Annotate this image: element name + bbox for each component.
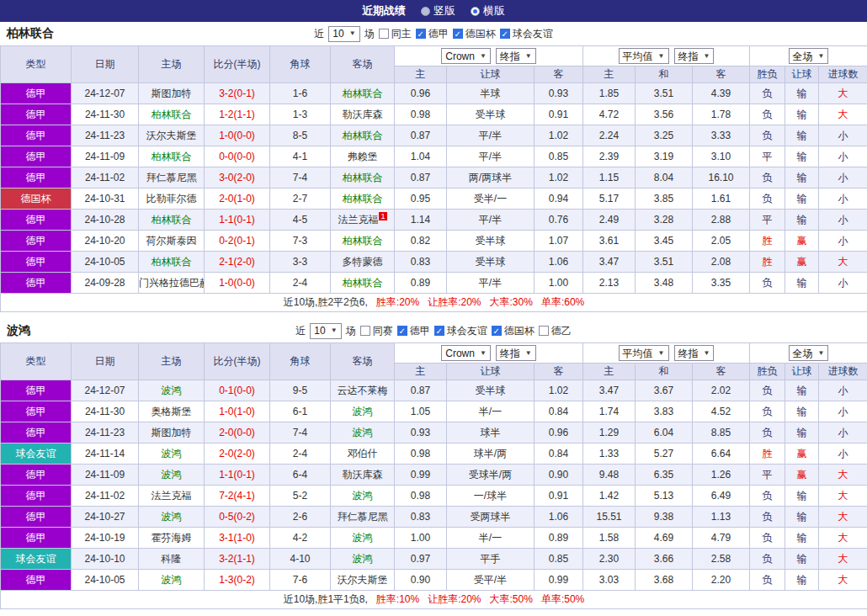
radio-selected-icon[interactable] [471, 7, 480, 16]
match-row: 德甲24-10-19霍芬海姆3-1(1-0)4-2波鸿1.00半/一0.891.… [1, 528, 867, 549]
match-date: 24-10-05 [72, 252, 139, 273]
filter-checkbox[interactable]: ✓德国杯 [492, 324, 535, 338]
match-date: 24-11-09 [72, 146, 139, 167]
corner-score: 6-1 [270, 401, 331, 422]
euro-draw-odds: 8.04 [636, 167, 693, 189]
euro-odds-source-select[interactable]: 平均值▼ [619, 345, 669, 361]
radio-horizontal-layout[interactable]: 横版 [471, 3, 505, 19]
match-result: 负 [750, 528, 785, 549]
home-team: 沃尔夫斯堡 [139, 125, 205, 146]
euro-home-odds: 1.29 [583, 422, 636, 443]
filter-checkbox[interactable]: ✓德国杯 [453, 27, 496, 41]
match-date: 24-10-31 [72, 189, 139, 210]
match-row: 德甲24-10-20荷尔斯泰因0-2(0-1)7-3柏林联合0.82受半球1.0… [1, 231, 867, 252]
match-row: 德甲24-11-30柏林联合1-2(1-1)1-3勒沃库森0.98受半球0.91… [1, 104, 867, 125]
handicap-result: 输 [785, 83, 819, 104]
home-team: 法兰克福 [139, 486, 205, 507]
goals-result: 小 [819, 231, 867, 252]
home-team-name: 科隆 [162, 553, 182, 565]
match-date: 24-12-07 [72, 380, 139, 401]
summary-stat: 胜率:10% [376, 593, 419, 605]
match-score: 0-0(0-0) [205, 146, 270, 167]
home-team-name: 斯图加特 [152, 88, 192, 99]
checked-checkbox-icon[interactable]: ✓ [453, 29, 463, 39]
euro-home-odds: 4.72 [583, 104, 636, 125]
match-row: 德甲24-10-05柏林联合2-1(2-0)3-3多特蒙德0.83受半球1.06… [1, 252, 867, 273]
asian-odds-time-select[interactable]: 终指▼ [496, 48, 536, 64]
checked-checkbox-icon[interactable]: ✓ [416, 29, 426, 39]
handicap-line: 平手 [447, 549, 535, 570]
filter-checkbox[interactable]: 德乙 [539, 324, 572, 338]
column-header: 让球 [447, 364, 535, 380]
euro-draw-odds: 5.13 [636, 486, 693, 507]
match-date: 24-10-19 [72, 528, 139, 549]
unchecked-checkbox-icon[interactable] [360, 326, 370, 336]
euro-away-odds: 1.13 [693, 507, 750, 528]
asian-home-odds: 0.83 [395, 507, 447, 528]
euro-away-odds: 1.78 [693, 104, 750, 125]
column-header: 让球 [447, 66, 535, 83]
match-count-select[interactable]: 10▼ [310, 323, 341, 339]
match-row: 德甲24-11-23沃尔夫斯堡1-0(0-0)8-5柏林联合0.87平/半1.0… [1, 125, 867, 146]
checked-checkbox-icon[interactable]: ✓ [492, 326, 502, 336]
column-header: 比分(半场) [205, 343, 270, 380]
match-result: 负 [750, 189, 785, 210]
asian-away-odds: 0.91 [535, 486, 583, 507]
match-date: 24-11-23 [72, 422, 139, 443]
match-date: 24-11-02 [72, 167, 139, 189]
scope-select[interactable]: 全场▼ [789, 48, 829, 64]
handicap-line: 受两球半 [447, 507, 535, 528]
league-type: 德国杯 [1, 189, 72, 210]
goals-result: 大 [819, 465, 867, 486]
home-team-name: 荷尔斯泰因 [146, 235, 197, 247]
match-count-select[interactable]: 10▼ [328, 26, 359, 42]
checked-checkbox-icon[interactable]: ✓ [397, 326, 407, 336]
euro-odds-time-select[interactable]: 终指▼ [674, 345, 715, 361]
filter-checkbox[interactable]: ✓球会友谊 [434, 324, 487, 338]
column-header: 比分(半场) [205, 46, 270, 83]
euro-draw-odds: 3.48 [636, 273, 693, 294]
asian-odds-time-select[interactable]: 终指▼ [496, 345, 536, 361]
euro-odds-time-select[interactable]: 终指▼ [674, 48, 715, 64]
filter-checkbox[interactable]: ✓球会友谊 [500, 27, 553, 41]
home-team-name: 波鸿 [162, 385, 182, 396]
match-row: 德甲24-11-09柏林联合0-0(0-0)4-1弗赖堡1.04平/半0.852… [1, 146, 867, 167]
summary-stat: 让胜率:20% [428, 593, 481, 605]
filter-checkbox[interactable]: ✓德甲 [416, 27, 449, 41]
away-team: 波鸿 [331, 486, 395, 507]
home-team: 波鸿 [139, 465, 205, 486]
checked-checkbox-icon[interactable]: ✓ [434, 326, 444, 336]
radio-vertical-layout[interactable]: 竖版 [421, 3, 455, 19]
filter-checkbox[interactable]: ✓德甲 [397, 324, 430, 338]
radio-icon[interactable] [421, 7, 430, 16]
euro-away-odds: 2.58 [693, 549, 750, 570]
euro-home-odds: 5.17 [583, 189, 636, 210]
match-score: 1-1(0-1) [205, 210, 270, 231]
away-team: 波鸿 [331, 401, 395, 422]
asian-odds-source-select[interactable]: Crown▼ [441, 345, 491, 361]
scope-select[interactable]: 全场▼ [789, 345, 829, 361]
handicap-line: 两/两球半 [447, 167, 535, 189]
unchecked-checkbox-icon[interactable] [539, 326, 549, 336]
match-result: 平 [750, 146, 785, 167]
handicap-result: 输 [785, 273, 819, 294]
match-result: 负 [750, 167, 785, 189]
euro-away-odds: 2.08 [693, 252, 750, 273]
match-score: 1-2(1-1) [205, 104, 270, 125]
match-date: 24-11-09 [72, 465, 139, 486]
away-team: 波鸿 [331, 528, 395, 549]
filter-checkbox[interactable]: 同赛 [360, 324, 393, 338]
filter-checkbox[interactable]: 同主 [379, 27, 412, 41]
home-team: 霍芬海姆 [139, 528, 205, 549]
unchecked-checkbox-icon[interactable] [379, 29, 389, 39]
column-header: 主场 [139, 46, 205, 83]
checked-checkbox-icon[interactable]: ✓ [500, 29, 510, 39]
chevron-down-icon: ▼ [331, 324, 338, 337]
asian-odds-source-select[interactable]: Crown▼ [441, 48, 491, 64]
euro-away-odds: 4.79 [693, 528, 750, 549]
euro-odds-source-select[interactable]: 平均值▼ [619, 48, 669, 64]
summary-prefix: 近10场,胜2平2负6, [284, 296, 368, 308]
home-team-name: 波鸿 [162, 469, 182, 481]
select-value: Crown [445, 347, 475, 360]
euro-home-odds: 1.74 [583, 401, 636, 422]
